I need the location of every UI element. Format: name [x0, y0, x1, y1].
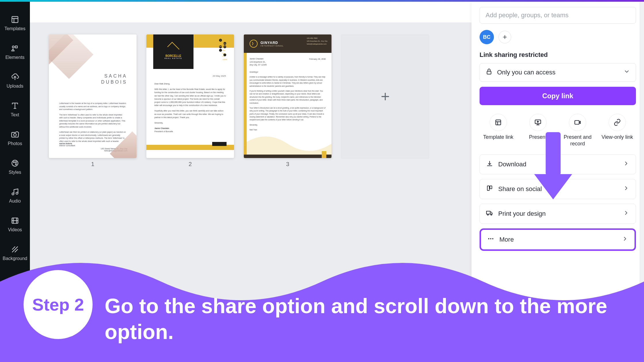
svg-line-22 — [15, 249, 18, 252]
present-button[interactable]: Present — [519, 114, 557, 147]
share-grid: Template link Present Present and record… — [480, 114, 636, 147]
svg-marker-34 — [537, 121, 539, 122]
truck-icon — [486, 209, 493, 218]
sidebar-item-videos[interactable]: Videos — [0, 210, 30, 238]
svg-point-3 — [12, 46, 14, 48]
svg-point-13 — [16, 164, 17, 165]
page-card-1[interactable]: SACHADUBOIS Letterhead is the header at … — [49, 34, 137, 168]
download-row[interactable]: Download — [480, 154, 636, 174]
page-thumbnails: SACHADUBOIS Letterhead is the header at … — [49, 34, 429, 168]
sidebar-label-templates: Templates — [5, 26, 26, 31]
svg-rect-27 — [487, 71, 491, 74]
sidebar-item-background[interactable]: Background — [0, 238, 30, 267]
template-link-icon — [490, 114, 507, 131]
svg-point-45 — [490, 238, 491, 239]
page-thumb-2[interactable]: BORCELLEREAL ESTATE ✆123-456-7890 ✉hello… — [146, 34, 234, 158]
sidebar-label-uploads: Uploads — [7, 84, 24, 89]
svg-point-11 — [14, 162, 15, 163]
sidebar-item-styles[interactable]: Styles — [0, 152, 30, 181]
chevron-right-icon — [623, 160, 629, 168]
share-social-row[interactable]: Share on social — [480, 179, 636, 199]
present-record-icon — [569, 114, 586, 131]
photos-icon — [10, 130, 20, 139]
chevron-right-icon — [623, 210, 629, 218]
add-people-input[interactable] — [480, 7, 636, 24]
add-page-card[interactable] — [341, 34, 429, 168]
videos-icon — [10, 216, 20, 226]
svg-point-14 — [12, 193, 14, 195]
present-record-button[interactable]: Present and record — [559, 114, 596, 147]
sidebar-item-audio[interactable]: Audio — [0, 181, 30, 210]
more-row[interactable]: More — [480, 228, 636, 251]
svg-line-20 — [12, 247, 18, 252]
access-dropdown[interactable]: Only you can access — [480, 63, 636, 82]
lock-icon — [486, 68, 492, 77]
sidebar-item-templates[interactable]: Templates — [0, 9, 30, 37]
svg-point-15 — [16, 192, 18, 194]
page-thumb-3[interactable]: 》 GINYARDINTERNATIONAL 123-456-7890 123 … — [244, 34, 331, 158]
svg-rect-39 — [487, 186, 489, 190]
sidebar-item-photos[interactable]: Photos — [0, 124, 30, 152]
background-icon — [10, 244, 20, 254]
svg-point-43 — [491, 214, 492, 215]
templates-icon — [10, 15, 20, 24]
chevron-right-icon — [622, 236, 628, 244]
styles-icon — [10, 158, 20, 168]
page-number-1: 1 — [91, 161, 94, 167]
svg-point-46 — [492, 238, 493, 239]
svg-point-10 — [12, 160, 18, 166]
sidebar-label-photos: Photos — [8, 141, 22, 146]
svg-rect-35 — [575, 121, 579, 124]
link-sharing-title: Link sharing restricted — [480, 51, 636, 59]
svg-point-12 — [16, 162, 17, 163]
svg-line-21 — [12, 247, 15, 249]
svg-rect-0 — [12, 17, 18, 23]
page-card-2[interactable]: BORCELLEREAL ESTATE ✆123-456-7890 ✉hello… — [146, 34, 234, 168]
sidebar-label-text: Text — [11, 112, 19, 118]
access-label: Only you can access — [497, 69, 555, 76]
page-thumb-1[interactable]: SACHADUBOIS Letterhead is the header at … — [49, 34, 137, 158]
step-banner: Step 2 Go to the share option and scroll… — [0, 270, 644, 362]
share-options: Download Share on social Print your desi… — [480, 154, 636, 251]
present-icon — [529, 114, 547, 131]
sidebar-item-text[interactable]: Text — [0, 95, 30, 124]
page-card-3[interactable]: 》 GINYARDINTERNATIONAL 123-456-7890 123 … — [244, 34, 331, 168]
sidebar-label-audio: Audio — [9, 199, 21, 204]
sidebar-label-videos: Videos — [8, 227, 22, 232]
sidebar-item-elements[interactable]: Elements — [0, 37, 30, 66]
step-text: Go to the share option and scroll down t… — [105, 293, 621, 345]
sidebar-label-styles: Styles — [9, 170, 21, 175]
audio-icon — [10, 187, 20, 197]
add-page-button[interactable] — [341, 34, 429, 159]
svg-marker-5 — [12, 49, 14, 51]
template-link-button[interactable]: Template link — [480, 114, 517, 147]
plus-icon — [379, 91, 391, 102]
sidebar-label-background: Background — [3, 256, 27, 261]
avatar[interactable]: BC — [480, 30, 494, 44]
sidebar-label-elements: Elements — [5, 55, 25, 60]
chevron-down-icon — [624, 68, 630, 76]
svg-rect-4 — [15, 46, 17, 48]
copy-link-button[interactable]: Copy link — [480, 87, 636, 105]
text-icon — [10, 101, 20, 111]
uploads-icon — [10, 72, 20, 82]
share-social-icon — [486, 185, 493, 193]
svg-point-42 — [487, 214, 488, 215]
sidebar-item-uploads[interactable]: Uploads — [0, 66, 30, 95]
elements-icon — [10, 43, 20, 53]
step-badge: Step 2 — [24, 270, 93, 339]
svg-rect-28 — [496, 120, 501, 125]
print-design-row[interactable]: Print your design — [480, 204, 636, 224]
view-only-link-button[interactable]: View-only link — [599, 114, 636, 147]
page-number-3: 3 — [286, 161, 289, 167]
svg-rect-41 — [486, 211, 490, 214]
add-person-button[interactable] — [499, 31, 511, 43]
svg-point-9 — [14, 134, 16, 136]
link-icon — [609, 114, 626, 131]
svg-rect-40 — [490, 186, 492, 189]
more-icon — [487, 235, 494, 244]
plus-icon — [502, 34, 508, 40]
page-number-2: 2 — [189, 161, 192, 167]
download-icon — [486, 160, 493, 169]
svg-rect-31 — [535, 120, 541, 124]
